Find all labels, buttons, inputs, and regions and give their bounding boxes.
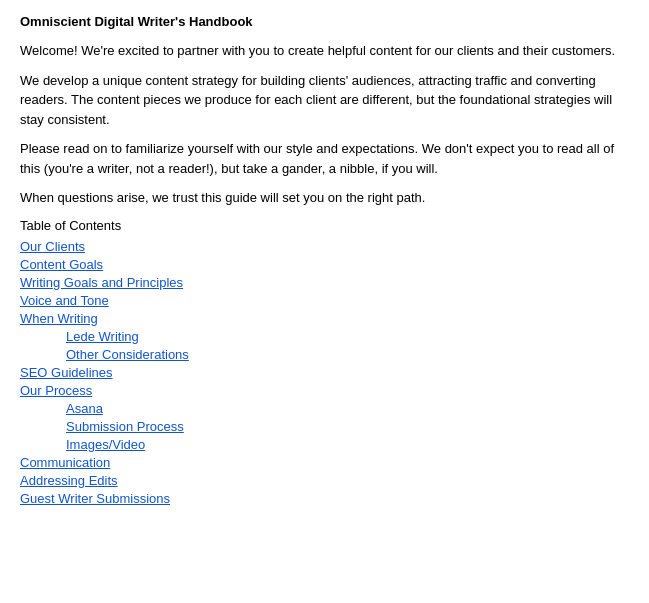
toc-link-asana[interactable]: Asana xyxy=(66,401,103,416)
toc-link-voice-and-tone[interactable]: Voice and Tone xyxy=(20,293,109,308)
toc-link-images-video[interactable]: Images/Video xyxy=(66,437,145,452)
toc-link-guest-writer[interactable]: Guest Writer Submissions xyxy=(20,491,170,506)
toc-link-writing-goals[interactable]: Writing Goals and Principles xyxy=(20,275,183,290)
list-item: Writing Goals and Principles xyxy=(20,275,629,290)
list-item: Our Clients xyxy=(20,239,629,254)
toc-link-submission-process[interactable]: Submission Process xyxy=(66,419,184,434)
toc-link-addressing-edits[interactable]: Addressing Edits xyxy=(20,473,118,488)
toc-link-lede-writing[interactable]: Lede Writing xyxy=(66,329,139,344)
list-item: Voice and Tone xyxy=(20,293,629,308)
list-item: Images/Video xyxy=(20,437,629,452)
list-item: Guest Writer Submissions xyxy=(20,491,629,506)
toc-heading: Table of Contents xyxy=(20,218,629,233)
paragraph-4: When questions arise, we trust this guid… xyxy=(20,188,629,208)
list-item: SEO Guidelines xyxy=(20,365,629,380)
toc-link-when-writing[interactable]: When Writing xyxy=(20,311,98,326)
list-item: Content Goals xyxy=(20,257,629,272)
toc-link-our-clients[interactable]: Our Clients xyxy=(20,239,85,254)
toc-link-other-considerations[interactable]: Other Considerations xyxy=(66,347,189,362)
page-title: Omniscient Digital Writer's Handbook xyxy=(20,14,629,29)
toc-link-seo-guidelines[interactable]: SEO Guidelines xyxy=(20,365,113,380)
list-item: Lede Writing xyxy=(20,329,629,344)
toc-link-our-process[interactable]: Our Process xyxy=(20,383,92,398)
list-item: Addressing Edits xyxy=(20,473,629,488)
list-item: Our Process xyxy=(20,383,629,398)
paragraph-3: Please read on to familiarize yourself w… xyxy=(20,139,629,178)
paragraph-2: We develop a unique content strategy for… xyxy=(20,71,629,130)
toc-link-communication[interactable]: Communication xyxy=(20,455,110,470)
list-item: Communication xyxy=(20,455,629,470)
paragraph-1: Welcome! We're excited to partner with y… xyxy=(20,41,629,61)
toc-list: Our Clients Content Goals Writing Goals … xyxy=(20,239,629,506)
list-item: Other Considerations xyxy=(20,347,629,362)
list-item: Submission Process xyxy=(20,419,629,434)
list-item: When Writing xyxy=(20,311,629,326)
toc-link-content-goals[interactable]: Content Goals xyxy=(20,257,103,272)
list-item: Asana xyxy=(20,401,629,416)
